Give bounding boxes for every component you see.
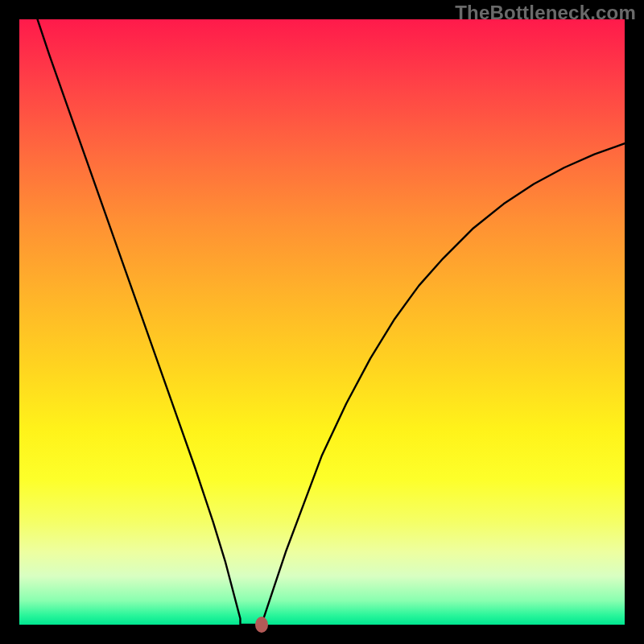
watermark-text: TheBottleneck.com bbox=[455, 2, 636, 24]
plot-gradient-area bbox=[19, 19, 625, 625]
chart-frame: TheBottleneck.com bbox=[0, 0, 644, 644]
optimum-marker bbox=[255, 617, 268, 633]
